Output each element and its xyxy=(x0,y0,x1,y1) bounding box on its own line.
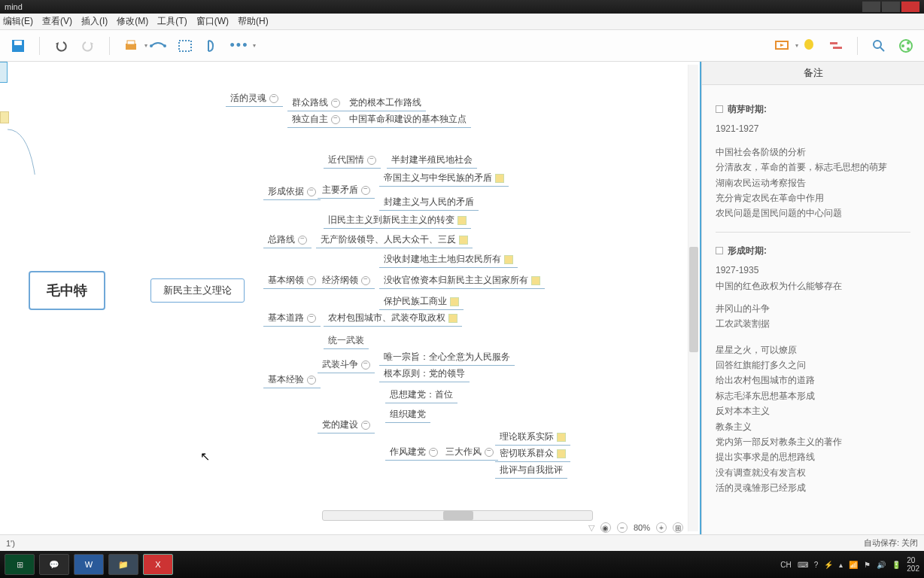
node-qunzhong-d[interactable]: 党的根本工作路线 xyxy=(345,95,426,111)
minimize-button[interactable] xyxy=(862,2,880,12)
undo-button[interactable] xyxy=(50,35,71,56)
outline-tab[interactable] xyxy=(0,62,8,83)
node-sd1[interactable]: 理论联系实际 xyxy=(495,429,570,446)
node-jingji[interactable]: 经济纲领 xyxy=(318,272,375,289)
node-jj3[interactable]: 保护民族工商业 xyxy=(379,294,464,310)
statusbar: 1') 自动保存: 关闭 xyxy=(0,534,924,551)
menu-tools[interactable]: 工具(T) xyxy=(157,15,187,28)
menu-view[interactable]: 查看(V) xyxy=(42,15,72,28)
taskbar-start-button[interactable]: ⊞ xyxy=(5,554,35,575)
zoom-out-button[interactable]: − xyxy=(617,522,628,533)
tray-ime[interactable]: CH xyxy=(780,561,791,569)
taskbar-word[interactable]: W xyxy=(74,554,104,575)
summary-button[interactable] xyxy=(202,35,223,56)
menu-help[interactable]: 帮助(H) xyxy=(238,15,269,28)
node-xingcheng[interactable]: 形成依据 xyxy=(263,184,321,200)
menu-insert[interactable]: 插入(I) xyxy=(81,15,108,28)
node-zuzhi[interactable]: 组织建党 xyxy=(385,406,430,423)
canvas[interactable]: 毛中特 新民主主义理论 活的灵魂 群众路线 党的根本工作路线 独立自主 中国革命… xyxy=(0,62,701,534)
node-zuofeng[interactable]: 作风建党 xyxy=(385,444,442,461)
save-button[interactable] xyxy=(8,35,29,56)
close-button[interactable] xyxy=(901,2,919,12)
tray-help-icon[interactable]: ? xyxy=(814,561,819,569)
tray-battery-icon[interactable]: 🔋 xyxy=(892,561,901,569)
svg-rect-6 xyxy=(179,41,191,51)
node-sd2[interactable]: 密切联系群众 xyxy=(495,446,570,462)
node-sixiang[interactable]: 思想建党：首位 xyxy=(385,387,457,403)
notes-marker-icon xyxy=(716,247,723,254)
zoom-in-button[interactable]: + xyxy=(656,522,667,533)
collapsed-node-icon[interactable] xyxy=(0,111,9,123)
svg-point-8 xyxy=(804,39,813,50)
node-duli[interactable]: 独立自主 xyxy=(287,111,345,128)
note-icon[interactable] xyxy=(557,449,566,458)
maximize-button[interactable] xyxy=(882,2,900,12)
note-icon[interactable] xyxy=(504,255,513,264)
topic-node[interactable]: 新民主主义理论 xyxy=(150,278,245,303)
menu-window[interactable]: 窗口(W) xyxy=(196,15,229,28)
fit-button[interactable]: ⊞ xyxy=(673,522,683,533)
node-daolu[interactable]: 基本道路 xyxy=(263,310,321,327)
tray-keyboard-icon[interactable]: ⌨ xyxy=(798,561,808,569)
svg-rect-9 xyxy=(830,42,837,44)
gantt-button[interactable] xyxy=(825,35,846,56)
node-dangjian[interactable]: 党的建设 xyxy=(318,417,375,434)
node-jiuxin[interactable]: 旧民主主义到新民主主义的转变 xyxy=(324,212,471,229)
node-jj1[interactable]: 没收封建地主土地归农民所有 xyxy=(379,251,518,268)
node-wz1[interactable]: 唯一宗旨：全心全意为人民服务 xyxy=(379,349,515,366)
share-button[interactable] xyxy=(895,35,916,56)
tray-chevron-icon[interactable]: ▴ xyxy=(839,561,843,569)
node-jingyan[interactable]: 基本经验 xyxy=(263,372,321,388)
vertical-scrollbar[interactable] xyxy=(688,65,698,531)
node-huoling[interactable]: 活的灵魂 xyxy=(226,90,283,107)
node-wz2[interactable]: 根本原则：党的领导 xyxy=(379,366,470,382)
taskbar-wechat[interactable]: 💬 xyxy=(39,554,69,575)
note-icon[interactable] xyxy=(531,276,540,285)
note-icon[interactable] xyxy=(495,174,504,183)
eye-icon[interactable]: ◉ xyxy=(600,522,611,533)
note-icon[interactable] xyxy=(450,297,459,306)
idea-button[interactable] xyxy=(798,35,819,56)
note-icon[interactable] xyxy=(459,236,468,245)
tray-clock[interactable]: 20202 xyxy=(907,556,919,573)
tray-network-icon[interactable]: 📶 xyxy=(849,561,858,569)
node-jj2[interactable]: 没收官僚资本归新民主主义国家所有 xyxy=(379,272,545,289)
node-jiben[interactable]: 基本纲领 xyxy=(263,272,321,289)
node-wuzhuang[interactable]: 武装斗争 xyxy=(318,357,375,373)
node-daolu-d[interactable]: 农村包围城市、武装夺取政权 xyxy=(324,310,462,327)
node-sd3[interactable]: 批评与自我批评 xyxy=(495,462,567,479)
print-button[interactable]: ▾ xyxy=(120,35,141,56)
tray-power-icon[interactable]: ⚡ xyxy=(824,561,833,569)
zoom-level[interactable]: 80% xyxy=(634,523,650,532)
note-icon[interactable] xyxy=(448,314,457,323)
note-icon[interactable] xyxy=(457,216,467,225)
presentation-button[interactable]: ▾ xyxy=(771,35,792,56)
relation-button[interactable] xyxy=(147,35,169,56)
node-zonglu-d[interactable]: 无产阶级领导、人民大众干、三反 xyxy=(316,232,473,248)
note-icon[interactable] xyxy=(557,433,566,442)
tray-volume-icon[interactable]: 🔊 xyxy=(877,561,886,569)
node-jindai[interactable]: 近代国情 xyxy=(324,152,381,169)
node-mao2[interactable]: 封建主义与人民的矛盾 xyxy=(379,194,479,211)
node-zonglu[interactable]: 总路线 xyxy=(263,232,312,248)
menu-edit[interactable]: 编辑(E) xyxy=(3,15,33,28)
horizontal-scrollbar[interactable] xyxy=(322,510,593,521)
node-qunzhong[interactable]: 群众路线 xyxy=(287,95,345,111)
node-zhuyao[interactable]: 主要矛盾 xyxy=(318,182,375,199)
node-duli-d[interactable]: 中国革命和建设的基本独立点 xyxy=(345,111,471,128)
filter-icon[interactable]: ▽ xyxy=(588,523,594,533)
node-jindai-d[interactable]: 半封建半殖民地社会 xyxy=(387,152,477,169)
notes-body[interactable]: 萌芽时期: 1921-1927 中国社会各阶级的分析 分清敌友，革命的首要，标志… xyxy=(702,85,924,534)
boundary-button[interactable] xyxy=(175,35,196,56)
more-button[interactable]: •••▾ xyxy=(229,35,250,56)
node-mao1[interactable]: 帝国主义与中华民族的矛盾 xyxy=(379,170,509,187)
taskbar-xmind[interactable]: X xyxy=(143,554,173,575)
node-tongyi[interactable]: 统一武装 xyxy=(324,333,369,349)
redo-button[interactable] xyxy=(78,35,99,56)
search-button[interactable] xyxy=(868,35,889,56)
taskbar-explorer[interactable]: 📁 xyxy=(108,554,138,575)
tray-flag-icon[interactable]: ⚑ xyxy=(864,561,871,569)
node-sanda[interactable]: 三大作风 xyxy=(441,444,498,461)
menu-modify[interactable]: 修改(M) xyxy=(117,15,148,28)
root-node[interactable]: 毛中特 xyxy=(29,271,105,310)
